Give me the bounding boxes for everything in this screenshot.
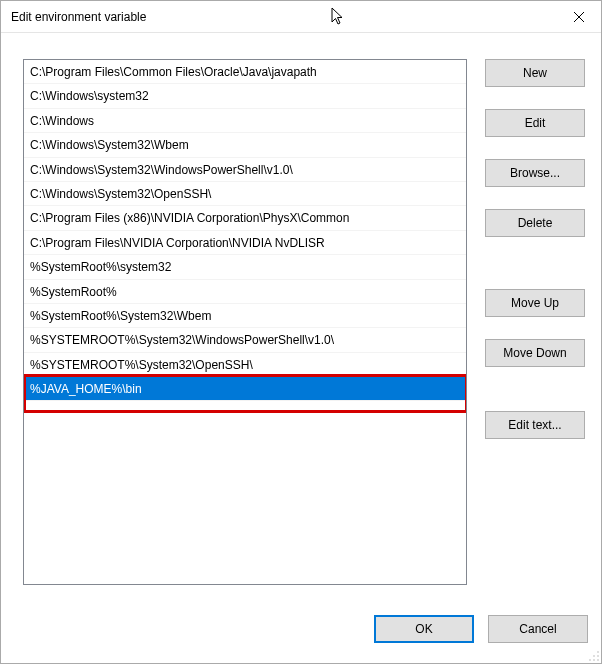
- resize-grip-icon[interactable]: [588, 650, 600, 662]
- path-entry[interactable]: C:\Program Files (x86)\NVIDIA Corporatio…: [24, 206, 466, 230]
- side-button-column: New Edit Browse... Delete Move Up Move D…: [485, 59, 587, 589]
- path-entry[interactable]: C:\Windows\system32: [24, 84, 466, 108]
- cancel-button[interactable]: Cancel: [488, 615, 588, 643]
- path-entry[interactable]: C:\Windows: [24, 109, 466, 133]
- delete-button[interactable]: Delete: [485, 209, 585, 237]
- edit-button[interactable]: Edit: [485, 109, 585, 137]
- path-listbox[interactable]: C:\Program Files\Common Files\Oracle\Jav…: [23, 59, 467, 585]
- path-entry[interactable]: C:\Program Files\Common Files\Oracle\Jav…: [24, 60, 466, 84]
- svg-point-0: [597, 651, 599, 653]
- path-entry[interactable]: %SystemRoot%: [24, 280, 466, 304]
- svg-point-3: [589, 659, 591, 661]
- svg-point-5: [597, 659, 599, 661]
- svg-point-1: [593, 655, 595, 657]
- window-title: Edit environment variable: [11, 10, 146, 24]
- svg-point-4: [593, 659, 595, 661]
- browse-button[interactable]: Browse...: [485, 159, 585, 187]
- titlebar: Edit environment variable: [1, 1, 601, 33]
- move-down-button[interactable]: Move Down: [485, 339, 585, 367]
- path-entry[interactable]: %JAVA_HOME%\bin: [24, 377, 466, 401]
- edit-text-button[interactable]: Edit text...: [485, 411, 585, 439]
- move-up-button[interactable]: Move Up: [485, 289, 585, 317]
- path-entry[interactable]: %SystemRoot%\system32: [24, 255, 466, 279]
- close-button[interactable]: [556, 2, 601, 32]
- path-entry[interactable]: C:\Program Files\NVIDIA Corporation\NVID…: [24, 231, 466, 255]
- path-entry[interactable]: C:\Windows\System32\WindowsPowerShell\v1…: [24, 158, 466, 182]
- dialog-footer: OK Cancel: [0, 604, 602, 664]
- cursor-icon: [331, 7, 347, 30]
- svg-point-2: [597, 655, 599, 657]
- new-button[interactable]: New: [485, 59, 585, 87]
- path-entry[interactable]: C:\Windows\System32\Wbem: [24, 133, 466, 157]
- dialog-content: C:\Program Files\Common Files\Oracle\Jav…: [1, 33, 601, 603]
- path-entry[interactable]: C:\Windows\System32\OpenSSH\: [24, 182, 466, 206]
- path-entry[interactable]: %SYSTEMROOT%\System32\WindowsPowerShell\…: [24, 328, 466, 352]
- ok-button[interactable]: OK: [374, 615, 474, 643]
- path-entry[interactable]: %SystemRoot%\System32\Wbem: [24, 304, 466, 328]
- path-entry[interactable]: %SYSTEMROOT%\System32\OpenSSH\: [24, 353, 466, 377]
